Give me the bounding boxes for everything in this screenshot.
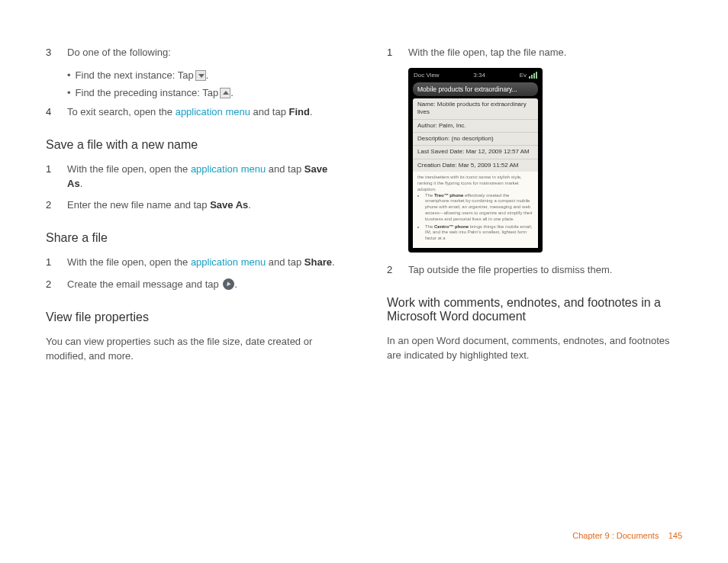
- application-menu-link[interactable]: application menu: [191, 163, 266, 175]
- save-step-1: 1 With the file open, open the applicati…: [46, 162, 341, 191]
- step-number: 2: [387, 263, 408, 278]
- step-number: 1: [46, 256, 67, 270]
- application-menu-link[interactable]: application menu: [176, 106, 250, 117]
- phone-doc-preview: the trendsetters with its iconic sense i…: [413, 172, 538, 248]
- step-3: 3 Do one of the following:: [46, 46, 341, 60]
- footer-page-number: 145: [668, 531, 682, 540]
- step-number: 1: [46, 162, 67, 191]
- substep-text: Find the preceding instance: Tap: [76, 85, 219, 101]
- step-number: 4: [46, 105, 67, 120]
- page-footer: Chapter 9 : Documents 145: [572, 531, 682, 540]
- heading-share-file: Share a file: [46, 231, 341, 245]
- comments-para: In an open Word document, comments, endn…: [387, 334, 682, 363]
- phone-network: Ev: [520, 72, 527, 79]
- phone-time: 3:34: [473, 72, 485, 79]
- send-icon: [223, 278, 234, 290]
- prop-name: Name: Mobile products for extraordinary …: [413, 98, 538, 120]
- prop-description: Description: (no description): [413, 133, 538, 146]
- step-number: 2: [46, 278, 67, 292]
- left-column: 3 Do one of the following: Find the next…: [46, 46, 341, 372]
- footer-chapter: Chapter 9 : Documents: [572, 531, 659, 540]
- prop-creation-date: Creation Date: Mar 5, 2009 11:52 AM: [413, 159, 538, 172]
- heading-comments: Work with comments, endnotes, and footno…: [387, 296, 682, 323]
- right-step-1: 1 With the file open, tap the file name.: [387, 46, 682, 60]
- heading-view-properties: View file properties: [46, 310, 341, 324]
- triangle-down-icon: [195, 70, 206, 81]
- substep-text: Find the next instance: Tap: [76, 68, 194, 83]
- step-text: With the file open, tap the file name.: [408, 46, 682, 60]
- prop-author: Author: Palm, Inc.: [413, 120, 538, 133]
- step-text: Tap outside the file properties to dismi…: [408, 263, 682, 278]
- step-number: 2: [46, 198, 67, 213]
- share-step-1: 1 With the file open, open the applicati…: [46, 256, 341, 270]
- phone-app-name: Doc View: [414, 72, 440, 79]
- prop-last-saved: Last Saved Date: Mar 12, 2009 12:57 AM: [413, 146, 538, 159]
- phone-screenshot: Doc View 3:34 Ev Mobile products for ext…: [408, 68, 543, 253]
- substep-find-prev: Find the preceding instance: Tap .: [67, 85, 341, 101]
- step-text: Enter the new file name and tap Save As.: [67, 198, 341, 213]
- substep-find-next: Find the next instance: Tap .: [67, 68, 341, 83]
- phone-status-bar: Doc View 3:34 Ev: [411, 70, 540, 80]
- phone-doc-title: Mobile products for extraordinary...: [413, 82, 538, 96]
- step-number: 3: [46, 46, 67, 60]
- step-text: With the file open, open the application…: [67, 162, 341, 191]
- share-step-2: 2 Create the email message and tap .: [46, 278, 341, 292]
- step-text: To exit search, open the application men…: [67, 105, 341, 120]
- right-step-2: 2 Tap outside the file properties to dis…: [387, 263, 682, 278]
- step-number: 1: [387, 46, 408, 60]
- right-column: 1 With the file open, tap the file name.…: [387, 46, 682, 372]
- phone-properties-card: Name: Mobile products for extraordinary …: [413, 98, 538, 172]
- signal-bars-icon: [529, 72, 537, 79]
- application-menu-link[interactable]: application menu: [191, 256, 266, 268]
- triangle-up-icon: [220, 88, 230, 98]
- save-step-2: 2 Enter the new file name and tap Save A…: [46, 198, 341, 213]
- step-4: 4 To exit search, open the application m…: [46, 105, 341, 120]
- step-text: Create the email message and tap .: [67, 278, 341, 292]
- step-text: Do one of the following:: [67, 46, 341, 60]
- step-text: With the file open, open the application…: [67, 256, 341, 270]
- heading-save-file: Save a file with a new name: [46, 138, 341, 152]
- view-properties-para: You can view properties such as the file…: [46, 335, 341, 364]
